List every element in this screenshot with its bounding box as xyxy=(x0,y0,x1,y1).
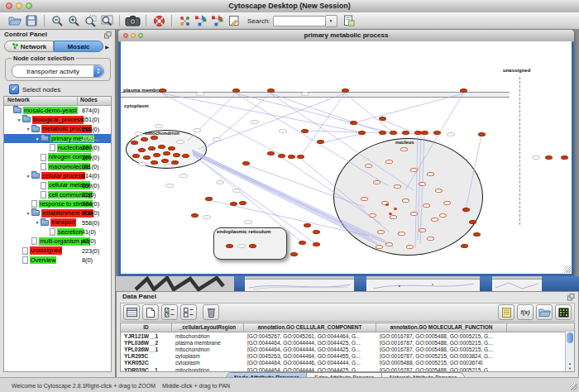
close-button[interactable] xyxy=(6,2,12,9)
graph-label-node[interactable] xyxy=(301,92,309,96)
graph-node[interactable] xyxy=(427,237,434,241)
graph-node[interactable] xyxy=(431,218,438,222)
graph-node[interactable] xyxy=(419,182,426,186)
zoom-out-icon[interactable] xyxy=(50,13,65,28)
select-nodes-checkbox[interactable]: ✓ xyxy=(9,84,19,94)
table-row[interactable]: YPL036W__1mitochondrion[GO:0044464, GO:0… xyxy=(121,346,574,352)
graph-node[interactable] xyxy=(435,189,443,193)
graph-label-node[interactable] xyxy=(155,124,163,128)
graph-label-node[interactable] xyxy=(203,215,211,219)
graph-label-node[interactable] xyxy=(232,189,241,193)
tree-row-metabolic-process[interactable]: ▼metabolic process280(0) xyxy=(4,125,111,134)
graph-node-selected[interactable] xyxy=(171,160,179,165)
graph-node-selected[interactable] xyxy=(151,136,158,140)
graph-label-node[interactable] xyxy=(179,174,188,178)
tree-column-nodes[interactable]: Nodes xyxy=(78,97,111,105)
graph-node-selected[interactable] xyxy=(242,161,250,165)
tree-row-cellular-metabo[interactable]: cellular metabo209(0) xyxy=(4,180,111,189)
view-close-button[interactable] xyxy=(123,33,128,38)
graph-node-selected[interactable] xyxy=(317,140,324,144)
tree-row-mosaic-demo-yeast[interactable]: mosaic-demo-yeast874(0) xyxy=(4,106,111,115)
graph-node-selected[interactable] xyxy=(230,202,237,206)
view-minimize-button[interactable] xyxy=(131,33,136,38)
graph-node[interactable] xyxy=(385,160,393,164)
minimize-button[interactable] xyxy=(16,2,22,9)
graph-node-selected[interactable] xyxy=(561,155,568,160)
graph-node[interactable] xyxy=(439,213,447,218)
graph-node-selected[interactable] xyxy=(379,117,386,121)
graph-node[interactable] xyxy=(398,232,405,236)
graph-node[interactable] xyxy=(419,228,426,232)
background-window-edge[interactable] xyxy=(542,276,579,291)
graph-node-selected[interactable] xyxy=(159,88,166,93)
graph-node[interactable] xyxy=(400,147,408,151)
graph-node-selected[interactable] xyxy=(168,146,175,151)
tree-column-network[interactable]: Network xyxy=(4,97,78,105)
graph-node[interactable] xyxy=(423,203,430,208)
graph-label-node[interactable] xyxy=(165,184,174,188)
graph-node-selected[interactable] xyxy=(313,230,320,234)
graph-node-selected[interactable] xyxy=(232,88,240,93)
unselect-all-attributes-icon[interactable] xyxy=(180,304,197,320)
graph-node-selected[interactable] xyxy=(358,131,366,135)
window-resize-grip[interactable] xyxy=(570,383,577,390)
graph-node-selected[interactable] xyxy=(239,201,246,205)
tree-row-overview[interactable]: Overview8(0) xyxy=(4,256,111,265)
select-all-attributes-icon[interactable] xyxy=(161,304,178,320)
graph-node[interactable] xyxy=(361,197,368,201)
graph-node[interactable] xyxy=(389,213,392,215)
graph-node[interactable] xyxy=(443,201,451,205)
graph-node-selected[interactable] xyxy=(205,197,213,201)
table-row[interactable]: YPL036W__2plasma membrane[GO:0044464, GO… xyxy=(121,339,574,346)
graph-label-node[interactable] xyxy=(196,92,204,96)
help-lifering-icon[interactable] xyxy=(151,13,166,28)
column-header-region[interactable]: _cellularLayoutRegion xyxy=(172,323,244,332)
tree-row-nucleobase-[interactable]: nucleobase-209(0) xyxy=(4,143,111,152)
open-session-icon[interactable] xyxy=(7,13,22,28)
graph-node-selected[interactable] xyxy=(290,252,298,256)
graph-node-selected[interactable] xyxy=(173,153,180,157)
background-window-fragment[interactable] xyxy=(245,279,354,291)
graph-label-node[interactable] xyxy=(532,155,540,160)
scroll-down-arrow[interactable]: ▼ xyxy=(566,366,574,371)
graph-node-selected[interactable] xyxy=(278,154,285,158)
matrix-view-icon[interactable] xyxy=(555,304,572,320)
search-input[interactable] xyxy=(273,16,326,26)
attribute-report-icon[interactable] xyxy=(498,304,514,320)
graph-label-node[interactable] xyxy=(447,132,455,136)
graph-node-selected[interactable] xyxy=(141,137,148,141)
graph-label-node[interactable] xyxy=(251,120,259,124)
graph-label-node[interactable] xyxy=(216,180,224,184)
graph-node-selected[interactable] xyxy=(301,129,309,133)
background-window-fragment[interactable] xyxy=(366,279,480,291)
graph-node-selected[interactable] xyxy=(153,153,160,157)
zoom-fit-icon[interactable] xyxy=(99,13,114,28)
float-panel-icon[interactable] xyxy=(567,294,575,303)
graph-node[interactable] xyxy=(385,242,393,246)
table-row[interactable]: YJR121W__1mitochondrion[GO:0045267, GO:0… xyxy=(121,332,574,339)
graph-node-selected[interactable] xyxy=(402,131,409,135)
graph-node[interactable] xyxy=(410,212,418,216)
new-attribute-icon[interactable] xyxy=(142,304,159,320)
new-network-from-selection-icon[interactable] xyxy=(194,13,208,28)
graph-label-node[interactable] xyxy=(244,220,252,224)
network-canvas[interactable]: plasma membrane cytoplasm mitochondrion … xyxy=(121,41,572,274)
graph-node-selected[interactable] xyxy=(182,154,189,158)
table-row[interactable]: YLR295Ccytoplasm[GO:0045263, GO:0044464,… xyxy=(121,353,574,360)
zoom-selected-icon[interactable] xyxy=(83,13,98,28)
more-tabs-arrow[interactable]: ▶ xyxy=(103,41,111,52)
graph-node-selected[interactable] xyxy=(267,151,275,155)
graph-node-selected[interactable] xyxy=(461,244,468,248)
tree-row-establishment-of-lo[interactable]: ▼establishment of lo558(0) xyxy=(4,208,111,218)
expand-arrow-icon[interactable]: ▼ xyxy=(25,211,31,216)
graph-node[interactable] xyxy=(394,184,401,189)
graph-node-selected[interactable] xyxy=(161,159,169,163)
graph-node-selected[interactable] xyxy=(297,155,304,159)
tab-mosaic[interactable]: Mosaic xyxy=(54,41,103,52)
graph-node-selected[interactable] xyxy=(473,232,481,237)
background-window-edge[interactable] xyxy=(354,276,366,291)
graph-node-selected[interactable] xyxy=(151,160,158,165)
graph-node[interactable] xyxy=(373,180,380,184)
graph-node-selected[interactable] xyxy=(191,213,199,218)
graph-label-node[interactable] xyxy=(193,128,201,132)
